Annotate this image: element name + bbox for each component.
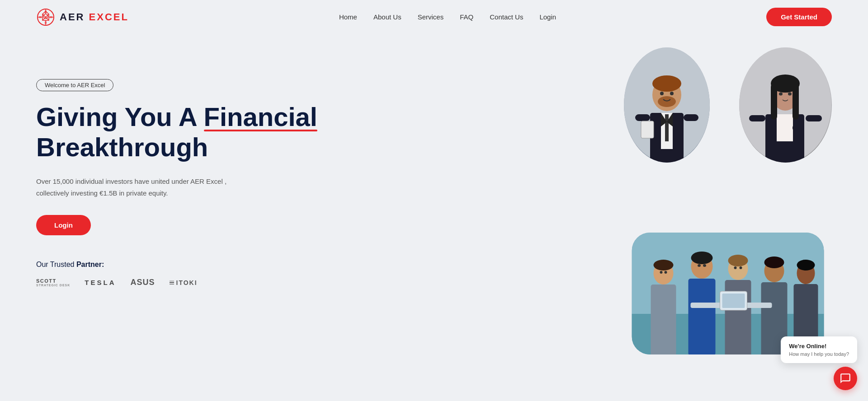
partner-itoki: ITOKI	[170, 279, 198, 286]
chat-widget: We're Online! How may I help you today?	[781, 336, 857, 390]
svg-rect-7	[665, 114, 669, 141]
hero-title-highlight: Financial	[204, 102, 317, 132]
get-started-button[interactable]: Get Started	[766, 8, 832, 26]
svg-point-26	[788, 93, 792, 96]
svg-rect-20	[777, 114, 793, 141]
hero-image-woman	[739, 47, 832, 163]
svg-point-50	[660, 271, 663, 274]
svg-rect-44	[722, 294, 745, 308]
svg-rect-16	[684, 114, 698, 121]
partner-tesla: TESLA	[85, 279, 116, 286]
partner-asus: ASUS	[131, 278, 155, 287]
svg-rect-24	[793, 84, 799, 120]
nav-login[interactable]: Login	[539, 13, 556, 21]
woman-silhouette	[739, 47, 832, 163]
chat-open-button[interactable]	[834, 367, 857, 390]
hero-title: Giving You A Financial Breakthrough	[36, 102, 317, 162]
navbar: AER EXCEL Home About Us Services FAQ Con…	[0, 0, 868, 34]
svg-point-49	[797, 260, 815, 270]
svg-point-25	[779, 93, 783, 96]
hero-images	[624, 47, 832, 364]
nav-services[interactable]: Services	[418, 13, 444, 21]
logo-text: AER EXCEL	[60, 11, 129, 23]
trusted-label: Our Trusted Partner:	[36, 261, 317, 269]
chat-online-subtitle: How may I help you today?	[789, 351, 849, 357]
svg-point-52	[698, 264, 701, 267]
svg-point-46	[691, 252, 713, 264]
itoki-lines-icon	[170, 281, 174, 285]
svg-rect-23	[771, 84, 777, 120]
svg-rect-17	[641, 121, 654, 138]
svg-point-47	[728, 255, 748, 266]
chat-bubble: We're Online! How may I help you today?	[781, 336, 857, 363]
svg-point-51	[665, 271, 667, 274]
svg-point-29	[793, 123, 803, 132]
svg-rect-27	[749, 115, 765, 121]
chat-icon	[840, 373, 851, 384]
svg-rect-33	[651, 284, 676, 354]
svg-point-54	[734, 266, 737, 269]
svg-point-55	[740, 266, 742, 269]
svg-rect-15	[635, 114, 650, 121]
svg-point-53	[703, 264, 706, 267]
svg-point-11	[652, 75, 681, 92]
svg-point-12	[658, 96, 676, 107]
chat-online-title: We're Online!	[789, 343, 849, 350]
svg-point-45	[654, 260, 674, 270]
nav-links: Home About Us Services FAQ Contact Us Lo…	[339, 13, 556, 21]
hero-description: Over 15,000 individual investors have un…	[36, 176, 253, 199]
partners-row: SCOTT STRATEGIC DESK TESLA ASUS ITOKI	[36, 278, 317, 287]
man-silhouette	[624, 47, 710, 163]
svg-point-13	[660, 92, 664, 95]
hero-section: Welcome to AER Excel Giving You A Financ…	[0, 34, 868, 401]
nav-home[interactable]: Home	[339, 13, 357, 21]
svg-rect-28	[806, 115, 822, 121]
welcome-badge: Welcome to AER Excel	[36, 79, 113, 91]
hero-title-line2: Breakthrough	[36, 132, 208, 162]
svg-rect-35	[689, 279, 716, 354]
svg-point-48	[764, 256, 784, 268]
logo-icon	[36, 8, 55, 27]
hero-login-button[interactable]: Login	[36, 215, 91, 235]
nav-about[interactable]: About Us	[373, 13, 401, 21]
hero-content: Welcome to AER Excel Giving You A Financ…	[36, 52, 317, 287]
svg-point-14	[670, 92, 674, 95]
nav-contact[interactable]: Contact Us	[490, 13, 523, 21]
hero-title-line1: Giving You A	[36, 102, 204, 131]
hero-image-man	[624, 47, 710, 163]
nav-faq[interactable]: FAQ	[460, 13, 473, 21]
partner-scott: SCOTT STRATEGIC DESK	[36, 278, 70, 287]
svg-point-1	[43, 14, 48, 19]
logo[interactable]: AER EXCEL	[36, 8, 129, 27]
